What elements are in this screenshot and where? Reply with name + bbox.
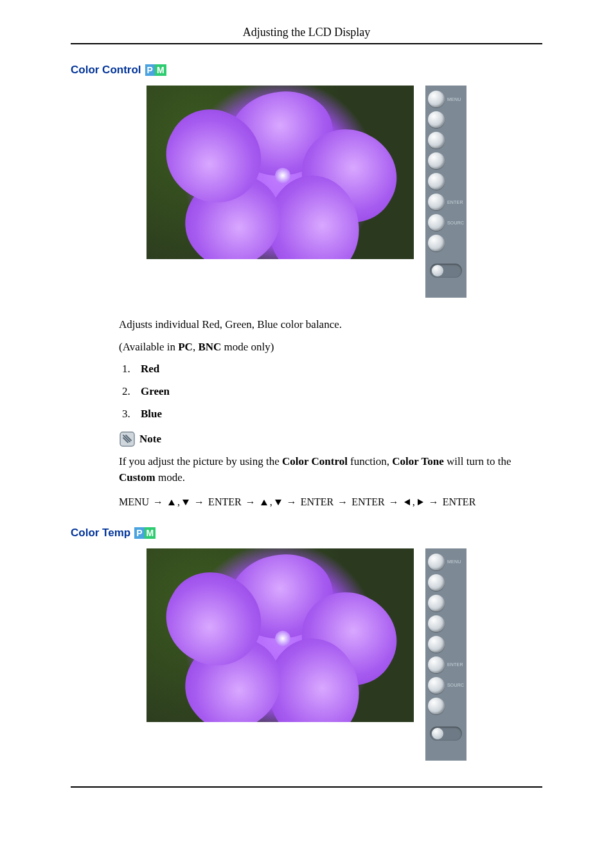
pm-badge: PM: [134, 527, 155, 539]
menu-button[interactable]: [428, 554, 445, 570]
note-label: Note: [139, 431, 161, 448]
left-icon: [404, 499, 410, 505]
power-toggle[interactable]: [430, 727, 462, 741]
badge-p: P: [145, 64, 155, 76]
availability-text: (Available in PC, BNC mode only): [119, 339, 542, 356]
enter-button[interactable]: [428, 194, 445, 210]
control-button-3[interactable]: [428, 132, 445, 149]
source-button[interactable]: [428, 677, 445, 694]
control-strip: MENU ENTER SOURCE: [425, 548, 466, 761]
heading-text: Color Temp: [71, 527, 130, 539]
control-button-8[interactable]: [428, 235, 445, 251]
osd-picture: [147, 86, 414, 259]
control-strip: MENU ENTER SOURCE: [425, 86, 466, 298]
osd-picture: [147, 548, 414, 722]
down-icon: [182, 500, 189, 505]
menu-button-label: MENU: [447, 97, 461, 102]
enter-button-label: ENTER: [447, 662, 463, 667]
power-toggle[interactable]: [430, 264, 462, 278]
page-title: Adjusting the LCD Display: [71, 26, 542, 39]
pm-badge: PM: [145, 64, 166, 76]
up-icon: [168, 500, 175, 505]
badge-p: P: [134, 527, 144, 539]
control-button-5[interactable]: [428, 173, 445, 190]
osd-preview-block: MENU ENTER SOURCE: [71, 86, 542, 298]
control-button-2[interactable]: [428, 111, 445, 128]
control-button-5[interactable]: [428, 636, 445, 653]
divider-bottom: [71, 786, 542, 788]
control-button-4[interactable]: [428, 615, 445, 632]
control-button-2[interactable]: [428, 574, 445, 591]
menu-button[interactable]: [428, 91, 445, 107]
badge-m: M: [145, 527, 156, 539]
color-list: Red Green Blue: [119, 361, 542, 422]
description-text: Adjusts individual Red, Green, Blue colo…: [119, 317, 542, 333]
divider-top: [71, 43, 542, 44]
list-item-red: Red: [133, 361, 542, 377]
list-item-green: Green: [133, 384, 542, 400]
menu-button-label: MENU: [447, 559, 461, 564]
control-button-8[interactable]: [428, 698, 445, 714]
source-button-label: SOURCE: [447, 221, 464, 225]
right-icon: [418, 499, 423, 505]
section-heading-color-temp: Color Temp PM: [71, 527, 542, 539]
control-button-4[interactable]: [428, 152, 445, 169]
note-icon: [119, 431, 136, 448]
enter-button[interactable]: [428, 656, 445, 673]
enter-button-label: ENTER: [447, 200, 463, 204]
note-text: If you adjust the picture by using the C…: [119, 454, 542, 485]
list-item-blue: Blue: [133, 406, 542, 422]
up-icon: [261, 500, 267, 505]
navigation-sequence: MENU → , → ENTER → , → ENTER → ENTER → ,…: [119, 494, 542, 509]
section-heading-color-control: Color Control PM: [71, 64, 542, 77]
source-button[interactable]: [428, 214, 445, 231]
badge-m: M: [155, 64, 166, 76]
source-button-label: SOURCE: [447, 683, 464, 687]
down-icon: [275, 500, 281, 505]
control-button-3[interactable]: [428, 595, 445, 611]
osd-preview-block-2: MENU ENTER SOURCE: [71, 548, 542, 761]
heading-text: Color Control: [71, 64, 141, 77]
